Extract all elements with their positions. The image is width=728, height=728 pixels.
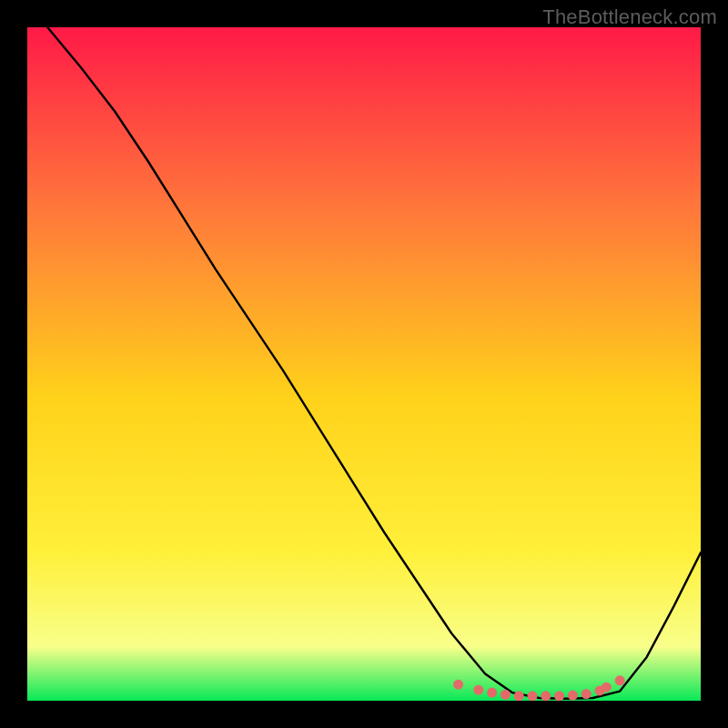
optimal-marker-dot [602,682,612,693]
optimal-marker-dot [615,675,625,685]
optimal-marker-dot [581,689,592,699]
optimal-marker-dot [568,691,578,701]
optimal-marker-dot [541,691,551,701]
chart-background-gradient [27,27,701,701]
optimal-marker-dot [554,691,564,701]
optimal-marker-dot [487,688,497,698]
optimal-marker-dot [528,691,538,701]
optimal-marker-dot [473,685,483,695]
chart-frame: TheBottleneck.com [0,0,728,728]
bottleneck-chart [27,27,701,701]
optimal-marker-dot [500,690,511,700]
watermark-text: TheBottleneck.com [542,5,717,29]
optimal-marker-dot [453,680,463,690]
optimal-marker-dot [514,691,524,701]
